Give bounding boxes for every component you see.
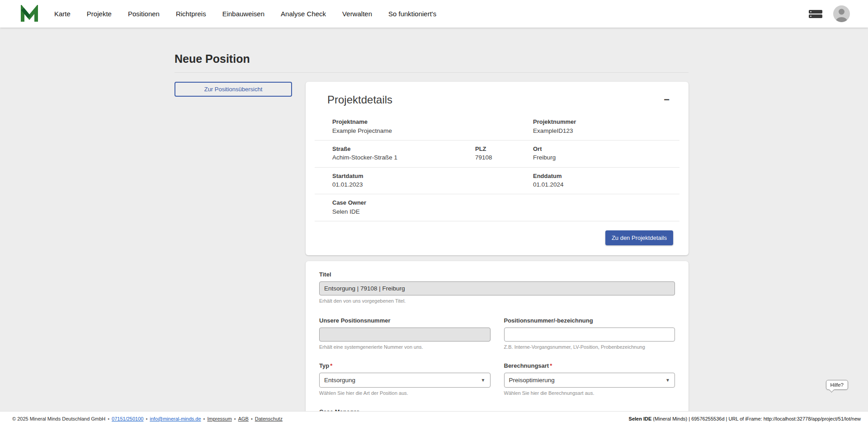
footer-session-info: Selen IDE (Mineral Minds) | 69576255536d… — [629, 416, 861, 421]
positionsnummer-label: Positionsnummer/-bezeichnung — [504, 317, 675, 324]
footer-datenschutz-link[interactable]: Datenschutz — [255, 416, 283, 421]
project-fields: Projektname Example Projectname Projektn… — [315, 113, 679, 221]
positionsnummer-helper: Z.B. Interne-Vorgangsnummer, LV-Position… — [504, 344, 675, 350]
berechnungsart-select[interactable]: Preisoptimierung ▼ — [504, 373, 675, 388]
footer-session-rest: (Mineral Minds) | 69576255536d | URL of … — [651, 416, 861, 421]
nav-right-actions — [809, 5, 850, 22]
project-field-startdatum: Startdatum 01.01.2023 — [332, 172, 533, 190]
berechnungsart-helper: Wählen Sie hier die Berechnungsart aus. — [504, 390, 675, 396]
chevron-down-icon: ▼ — [481, 378, 486, 383]
typ-helper: Wählen Sie hier die Art der Position aus… — [319, 390, 491, 396]
top-nav: Karte Projekte Positionen Richtpreis Ein… — [0, 0, 868, 28]
positionsnummer-input[interactable] — [504, 328, 675, 342]
footer-agb-link[interactable]: AGB — [238, 416, 249, 421]
footer-copyright: © 2025 Mineral Minds Deutschland GmbH — [12, 416, 105, 421]
neue-position-form-card: Titel Erhält den von uns vorgegebenen Ti… — [306, 261, 689, 411]
typ-select[interactable]: Entsorgung ▼ — [319, 373, 491, 388]
nav-item-verwalten[interactable]: Verwalten — [342, 10, 372, 18]
berechnungsart-label: Berechnungsart* — [504, 362, 675, 369]
user-avatar[interactable] — [833, 5, 850, 22]
positionsnummer-field-group: Positionsnummer/-bezeichnung Z.B. Intern… — [504, 317, 675, 350]
zu-den-projektdetails-button[interactable]: Zu den Projektdetails — [605, 230, 673, 245]
project-field-enddatum: Enddatum 01.01.2024 — [533, 172, 662, 190]
hilfe-button[interactable]: Hilfe? — [826, 380, 848, 390]
server-icon[interactable] — [809, 9, 822, 19]
berechnungsart-select-value: Preisoptimierung — [509, 377, 555, 384]
footer-phone-link[interactable]: 07151/250100 — [112, 416, 143, 421]
typ-label: Typ* — [319, 362, 491, 369]
project-field-projektname: Projektname Example Projectname — [332, 117, 533, 136]
unsere-positionsnummer-helper: Erhält eine systemgenerierte Nummer von … — [319, 344, 491, 350]
required-asterisk: * — [330, 362, 332, 369]
unsere-positionsnummer-input — [319, 328, 491, 342]
zur-positionsuebersicht-button[interactable]: Zur Positionsübersicht — [175, 82, 292, 97]
project-field-strasse: Straße Achim-Stocker-Straße 1 — [332, 145, 475, 163]
projektdetails-card: Projektdetails − Projektname Example Pro… — [306, 82, 689, 255]
typ-select-value: Entsorgung — [324, 377, 355, 384]
nav-item-so-funktionierts[interactable]: So funktioniert's — [388, 10, 436, 18]
required-asterisk: * — [550, 362, 552, 369]
footer-impressum-link[interactable]: Impressum — [207, 416, 231, 421]
title-divider — [175, 72, 689, 73]
project-field-ort: Ort Freiburg — [533, 145, 662, 163]
project-row-3: Startdatum 01.01.2023 Enddatum 01.01.202… — [315, 168, 679, 195]
titel-field-group: Titel Erhält den von uns vorgegebenen Ti… — [319, 271, 675, 304]
app-logo[interactable] — [20, 5, 40, 23]
nav-item-positionen[interactable]: Positionen — [128, 10, 160, 18]
project-field-plz: PLZ 79108 — [475, 145, 533, 163]
nav-item-karte[interactable]: Karte — [54, 10, 71, 18]
main-nav: Karte Projekte Positionen Richtpreis Ein… — [54, 10, 436, 18]
nav-item-richtpreis[interactable]: Richtpreis — [176, 10, 206, 18]
footer-left: © 2025 Mineral Minds Deutschland GmbH • … — [12, 416, 283, 421]
project-row-4: Case Owner Selen IDE — [315, 194, 679, 221]
project-field-case-owner: Case Owner Selen IDE — [332, 198, 662, 216]
berechnungsart-field-group: Berechnungsart* Preisoptimierung ▼ Wähle… — [504, 362, 675, 396]
project-field-projektnummer: Projektnummer ExampleID123 — [533, 117, 662, 136]
chevron-down-icon: ▼ — [665, 378, 670, 383]
logo-icon — [20, 5, 39, 23]
projektdetails-title: Projektdetails — [327, 94, 392, 106]
nav-item-projekte[interactable]: Projekte — [87, 10, 112, 18]
unsere-positionsnummer-field-group: Unsere Positionsnummer Erhält eine syste… — [319, 317, 491, 350]
typ-field-group: Typ* Entsorgung ▼ Wählen Sie hier die Ar… — [319, 362, 491, 396]
left-column: Zur Positionsübersicht — [175, 82, 292, 97]
nav-item-analyse-check[interactable]: Analyse Check — [281, 10, 326, 18]
nav-item-einbauweisen[interactable]: Einbauweisen — [222, 10, 264, 18]
footer-email-link[interactable]: info@mineral-minds.de — [150, 416, 201, 421]
titel-helper: Erhält den von uns vorgegebenen Titel. — [319, 298, 675, 304]
page-title: Neue Position — [175, 52, 689, 66]
main-content: Neue Position Zur Positionsübersicht Pro… — [0, 28, 868, 411]
person-icon — [833, 5, 850, 22]
project-row-2: Straße Achim-Stocker-Straße 1 PLZ 79108 … — [315, 140, 679, 168]
unsere-positionsnummer-label: Unsere Positionsnummer — [319, 317, 491, 324]
collapse-card-button[interactable]: − — [661, 95, 672, 105]
titel-label: Titel — [319, 271, 675, 278]
footer-user: Selen IDE — [629, 416, 652, 421]
project-row-1: Projektname Example Projectname Projektn… — [315, 113, 679, 140]
titel-input — [319, 281, 675, 295]
footer: © 2025 Mineral Minds Deutschland GmbH • … — [0, 411, 868, 426]
